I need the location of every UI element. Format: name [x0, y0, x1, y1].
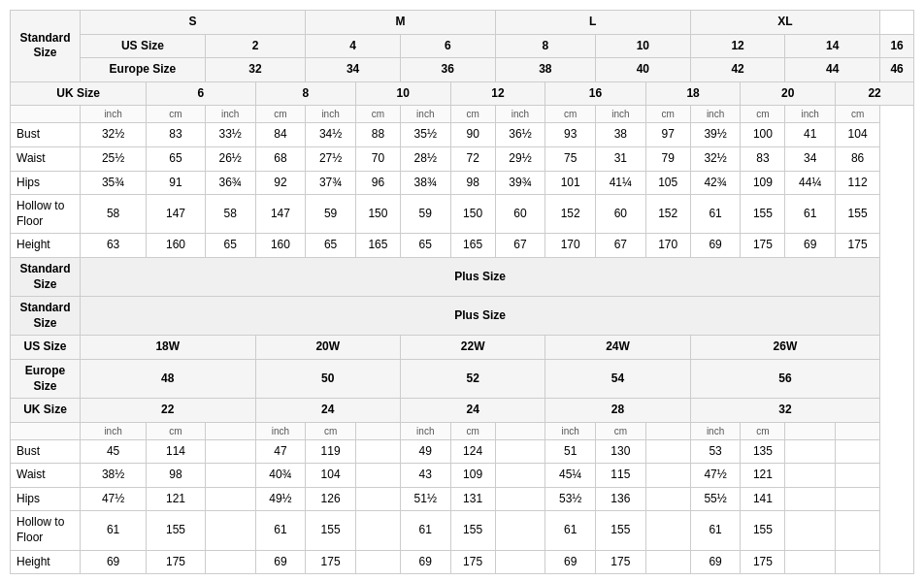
- std-val-0-0: 32½: [81, 123, 147, 147]
- plus-size-divider: Plus Size: [81, 257, 880, 296]
- plus-inch-val-2-1: 49½: [255, 487, 306, 511]
- cm-header-1: cm: [255, 106, 306, 123]
- plus-inch-1: inch: [255, 422, 306, 439]
- plus-cm-val-1-3: 115: [596, 464, 646, 488]
- std-val-4-5: 165: [355, 234, 400, 258]
- inch-header-0: inch: [81, 106, 147, 123]
- inch-header-2: inch: [306, 106, 356, 123]
- us-size-14: 14: [785, 34, 880, 58]
- plus-cm-val-4-3: 175: [596, 550, 646, 574]
- std-val-3-2: 58: [205, 195, 255, 234]
- section-divider-row: Standard SizePlus Size: [11, 257, 914, 296]
- plus-spacer-val-4-4-0: [785, 550, 836, 574]
- uk-size-16: 16: [545, 81, 645, 106]
- plus-uk-size-row: UK Size2224242832: [11, 399, 914, 423]
- std-meas-row-1: Waist25½6526½6827½7028½7229½75317932½833…: [11, 146, 914, 171]
- std-size-divider: Standard Size: [11, 257, 81, 296]
- std-val-3-11: 152: [645, 195, 690, 234]
- std-val-2-9: 101: [545, 171, 596, 195]
- plus-cm-val-4-0: 175: [147, 550, 206, 574]
- europe-size-44: 44: [785, 58, 880, 82]
- plus-spacer-4-1: [836, 422, 880, 439]
- plus-spacer-val-2-3-0: [645, 487, 690, 511]
- std-val-3-3: 147: [255, 195, 306, 234]
- plus-inch-val-3-3: 61: [545, 511, 596, 550]
- std-val-3-6: 59: [400, 195, 450, 234]
- std-val-1-6: 28½: [400, 146, 450, 171]
- plus-spacer-val-0-3-0: [645, 439, 690, 464]
- plus-spacer-val-2-2-0: [495, 487, 545, 511]
- std-val-3-15: 155: [836, 195, 880, 234]
- plus-us-20W: 20W: [255, 336, 400, 360]
- uk-size-6: 6: [147, 81, 255, 106]
- plus-spacer-val-3-1-0: [355, 511, 400, 550]
- plus-label-3: Hollow to Floor: [11, 511, 81, 550]
- std-val-0-2: 33½: [205, 123, 255, 147]
- inch-header-4: inch: [495, 106, 545, 123]
- size-chart-table: StandardSizeSMLXLUS Size246810121416Euro…: [10, 10, 914, 574]
- plus-spacer-val-1-1-0: [355, 464, 400, 488]
- std-val-1-2: 26½: [205, 146, 255, 171]
- std-val-4-15: 175: [836, 234, 880, 258]
- plus-spacer-val-0-0-0: [205, 439, 255, 464]
- std-val-3-4: 59: [306, 195, 356, 234]
- plus-cm-val-2-3: 136: [596, 487, 646, 511]
- us-size-12: 12: [690, 34, 785, 58]
- plus-cm-val-2-2: 131: [450, 487, 495, 511]
- plus-cm-val-1-1: 104: [306, 464, 356, 488]
- plus-spacer-val-4-4-1: [836, 550, 880, 574]
- plus-spacer-val-1-3-0: [645, 464, 690, 488]
- std-meas-row-3: Hollow to Floor5814758147591505915060152…: [11, 195, 914, 234]
- plus-inch-val-3-2: 61: [400, 511, 450, 550]
- plus-inch-val-0-4: 53: [690, 439, 741, 464]
- plus-meas-row-4: Height6917569175691756917569175: [11, 550, 914, 574]
- std-val-1-8: 29½: [495, 146, 545, 171]
- plus-inch-val-0-1: 47: [255, 439, 306, 464]
- cm-header-3: cm: [450, 106, 495, 123]
- std-val-1-10: 31: [596, 146, 646, 171]
- inch-header-3: inch: [400, 106, 450, 123]
- plus-europe-label: Europe Size: [11, 359, 81, 398]
- plus-spacer-val-2-1-0: [355, 487, 400, 511]
- unit-empty: [11, 106, 81, 123]
- plus-cm-val-1-4: 121: [741, 464, 785, 488]
- std-val-3-1: 147: [147, 195, 206, 234]
- plus-spacer-val-1-4-1: [836, 464, 880, 488]
- plus-inch-val-3-0: 61: [81, 511, 147, 550]
- plus-spacer-val-3-4-1: [836, 511, 880, 550]
- plus-cm-val-2-0: 121: [147, 487, 206, 511]
- std-val-4-3: 160: [255, 234, 306, 258]
- europe-size-34: 34: [306, 58, 401, 82]
- std-val-2-15: 112: [836, 171, 880, 195]
- plus-spacer-val-4-1-0: [355, 550, 400, 574]
- plus-cm-val-3-2: 155: [450, 511, 495, 550]
- plus-spacer-4-0: [785, 422, 836, 439]
- plus-us-26W: 26W: [690, 336, 879, 360]
- plus-spacer-val-0-4-0: [785, 439, 836, 464]
- us-size-row: US Size246810121416: [11, 34, 914, 58]
- plus-europe-54: 54: [545, 359, 690, 398]
- std-val-3-14: 61: [785, 195, 836, 234]
- std-val-2-1: 91: [147, 171, 206, 195]
- plus-inch-val-2-2: 51½: [400, 487, 450, 511]
- plus-cm-val-3-4: 155: [741, 511, 785, 550]
- plus-europe-52: 52: [400, 359, 544, 398]
- cm-header-5: cm: [645, 106, 690, 123]
- std-val-2-8: 39¾: [495, 171, 545, 195]
- std-val-0-8: 36½: [495, 123, 545, 147]
- std-val-4-6: 65: [400, 234, 450, 258]
- uk-size-12: 12: [450, 81, 545, 106]
- uk-size-10: 10: [355, 81, 450, 106]
- std-val-4-12: 69: [690, 234, 741, 258]
- cm-header-7: cm: [836, 106, 880, 123]
- top-header-row: StandardSizeSMLXL: [11, 11, 914, 35]
- std-val-2-5: 96: [355, 171, 400, 195]
- uk-size-8: 8: [255, 81, 355, 106]
- plus-label-2: Hips: [11, 487, 81, 511]
- std-val-4-14: 69: [785, 234, 836, 258]
- plus-cm-val-3-1: 155: [306, 511, 356, 550]
- std-label-0: Bust: [11, 123, 81, 147]
- std-val-3-9: 152: [545, 195, 596, 234]
- uk-size-18: 18: [645, 81, 741, 106]
- plus-spacer-val-3-0-0: [205, 511, 255, 550]
